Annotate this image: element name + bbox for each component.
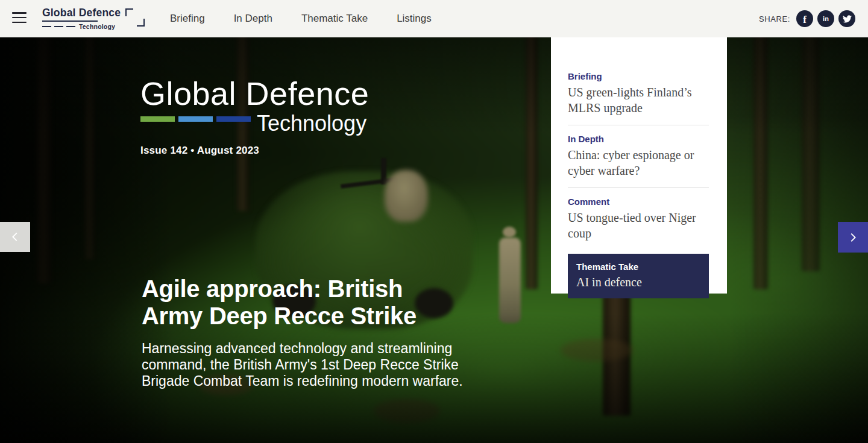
cover-subheadline: Harnessing advanced technology and strea… bbox=[142, 341, 488, 389]
issue-date: Issue 142 • August 2023 bbox=[140, 145, 369, 157]
magazine-logo-subtitle: Technology bbox=[257, 112, 366, 135]
ground-patch bbox=[561, 339, 633, 362]
twitter-icon[interactable] bbox=[838, 10, 855, 27]
contents-card: Briefing US green-lights Finland’s MLRS … bbox=[551, 37, 727, 294]
tree-trunk bbox=[36, 37, 52, 283]
cover-story-link[interactable]: Agile approach: British Army Deep Recce … bbox=[142, 275, 488, 389]
toc-title: US green-lights Finland’s MLRS upgrade bbox=[568, 84, 709, 116]
toc-title: US tongue-tied over Niger coup bbox=[568, 210, 709, 241]
toc-item-comment[interactable]: Comment US tongue-tied over Niger coup bbox=[568, 196, 709, 241]
share-area: SHARE: f in bbox=[759, 0, 855, 37]
toc-category: Thematic Take bbox=[576, 262, 700, 272]
toc-title: China: cyber espionage or cyber warfare? bbox=[568, 147, 709, 178]
previous-page-button[interactable] bbox=[0, 222, 30, 252]
chevron-right-icon bbox=[846, 231, 860, 244]
toc-item-thematic-take[interactable]: Thematic Take AI in defence bbox=[568, 254, 709, 298]
divider bbox=[568, 125, 709, 125]
top-bar: Global Defence Technology Briefing In De… bbox=[0, 0, 868, 37]
magazine-logo: Global Defence Technology Issue 142 • Au… bbox=[140, 76, 369, 157]
toc-category: In Depth bbox=[568, 134, 709, 144]
brand-title: Global Defence bbox=[42, 7, 121, 19]
nav-item-briefing[interactable]: Briefing bbox=[170, 13, 205, 25]
soldier-standing bbox=[503, 227, 516, 237]
logo-bar-lightblue bbox=[178, 116, 213, 122]
tree-trunk bbox=[802, 37, 820, 271]
cover-headline: Agile approach: British Army Deep Recce … bbox=[142, 275, 443, 330]
brand-underline bbox=[42, 20, 98, 22]
next-page-button[interactable] bbox=[838, 222, 868, 253]
nav-item-in-depth[interactable]: In Depth bbox=[234, 13, 272, 25]
soldier-gunner bbox=[385, 170, 428, 222]
brand-logo[interactable]: Global Defence Technology bbox=[42, 7, 121, 30]
toc-title: AI in defence bbox=[576, 274, 700, 290]
facebook-icon[interactable]: f bbox=[796, 10, 813, 27]
share-label: SHARE: bbox=[759, 14, 790, 24]
hero-cover: Global Defence Technology Issue 142 • Au… bbox=[0, 37, 868, 443]
ground-patch bbox=[374, 399, 440, 423]
magazine-logo-title: Global Defence bbox=[140, 76, 369, 111]
nav-item-listings[interactable]: Listings bbox=[397, 13, 432, 25]
main-nav: Briefing In Depth Thematic Take Listings bbox=[170, 0, 432, 37]
toc-item-briefing[interactable]: Briefing US green-lights Finland’s MLRS … bbox=[568, 71, 709, 116]
chevron-left-icon bbox=[8, 230, 22, 243]
gun-mount bbox=[381, 158, 386, 184]
fullscreen-icon[interactable] bbox=[125, 8, 145, 27]
toc-category: Comment bbox=[568, 196, 709, 207]
divider bbox=[568, 187, 709, 188]
toc-item-in-depth[interactable]: In Depth China: cyber espionage or cyber… bbox=[568, 134, 709, 178]
logo-bar-green bbox=[140, 116, 175, 122]
menu-icon[interactable] bbox=[12, 12, 27, 23]
logo-bar-darkblue bbox=[216, 116, 251, 122]
brand-dashes bbox=[42, 26, 75, 28]
tree-trunk bbox=[753, 37, 768, 289]
toc-category: Briefing bbox=[568, 71, 709, 81]
linkedin-icon[interactable]: in bbox=[817, 10, 834, 27]
tree-trunk bbox=[84, 37, 95, 259]
soldier-standing bbox=[499, 237, 521, 323]
brand-subtitle: Technology bbox=[79, 23, 115, 30]
nav-item-thematic-take[interactable]: Thematic Take bbox=[301, 13, 368, 25]
tree-trunk bbox=[526, 37, 538, 289]
